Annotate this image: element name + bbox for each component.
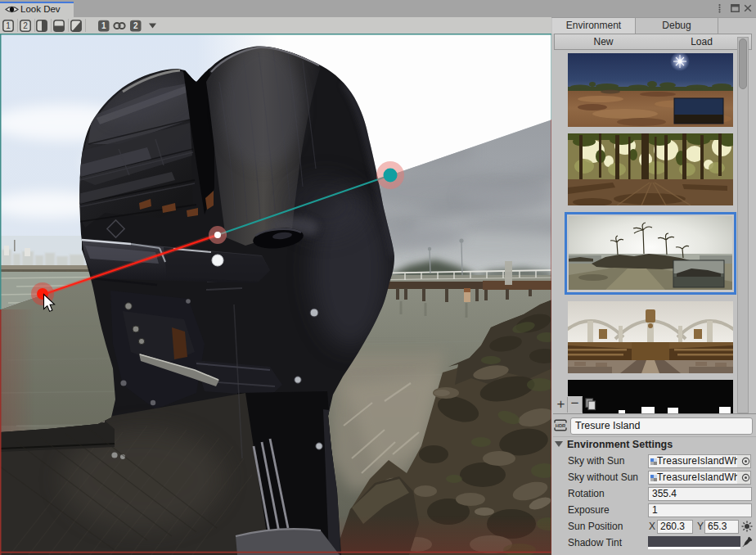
svg-text:HDR: HDR [556, 423, 566, 428]
svg-text:2: 2 [133, 21, 138, 30]
svg-text:1: 1 [6, 21, 11, 30]
svg-text:1: 1 [101, 21, 106, 30]
svg-text:2: 2 [23, 21, 28, 30]
